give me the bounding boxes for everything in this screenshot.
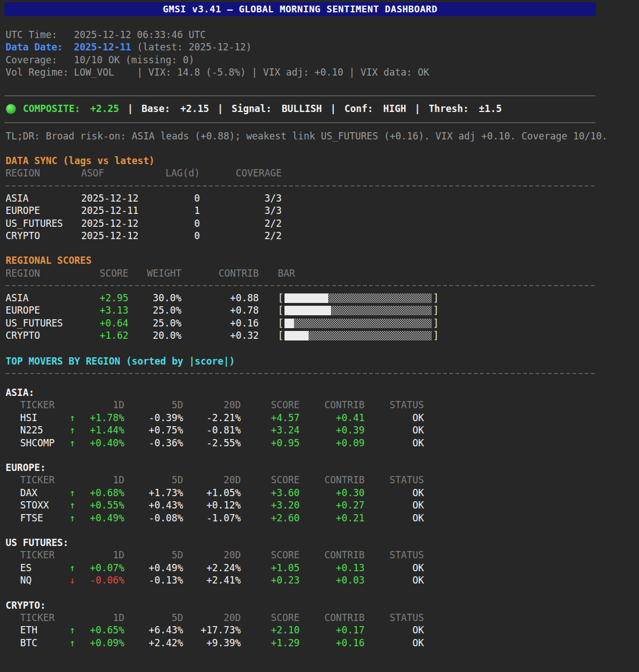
region-cell: US_FUTURES — [6, 217, 81, 230]
score-cell: +2.10 — [241, 624, 300, 636]
table-row: ETH ↑ +0.65% +6.43% +17.73% +2.10 +0.17 … — [20, 624, 639, 636]
table-row: EUROPE +3.13 25.0% +0.78 [ ] — [6, 304, 639, 316]
contrib-cell: +0.78 — [181, 304, 259, 316]
signal-value: BULLISH — [282, 102, 322, 115]
region-cell: CRYPTO — [6, 230, 81, 242]
col-20d: 20D — [183, 549, 241, 561]
col-1d: 1D — [77, 399, 124, 411]
thresh-label: Thresh: — [428, 102, 469, 115]
up-arrow-icon: ↑ — [69, 562, 77, 574]
contrib-cell: +0.30 — [300, 487, 365, 499]
table-row: DAX ↑ +0.68% +1.73% +1.05% +3.60 +0.30 O… — [20, 487, 639, 499]
conf-label: Conf: — [344, 102, 373, 115]
col-region: REGION — [6, 267, 100, 279]
col-1d: 1D — [77, 612, 124, 624]
score-bar: [ ] — [278, 329, 439, 342]
table-row: STOXX ↑ +0.55% +0.43% +0.12% +3.20 +0.27… — [20, 499, 639, 511]
bar-open-bracket: [ — [278, 329, 283, 342]
contrib-cell: +0.03 — [300, 574, 365, 586]
d1-cell: +1.44% — [77, 424, 124, 436]
coverage-cell: 3/3 — [200, 192, 282, 204]
movers-header-row: TICKER 1D 5D 20D SCORE CONTRIB STATUS — [20, 474, 639, 486]
lag-cell: 0 — [165, 230, 200, 242]
score-cell: +1.62 — [100, 329, 128, 342]
asof-cell: 2025-12-12 — [81, 230, 165, 242]
bar-close-bracket: ] — [433, 292, 439, 304]
score-cell: +4.57 — [241, 412, 300, 424]
col-region: REGION — [6, 167, 81, 179]
d1-cell: -0.06% — [77, 574, 124, 586]
movers-region-asia: ASIA: TICKER 1D 5D 20D SCORE CONTRIB STA… — [6, 386, 639, 449]
weight-cell: 25.0% — [128, 304, 181, 316]
col-status: STATUS — [365, 399, 424, 411]
col-contrib: CONTRIB — [181, 267, 259, 279]
up-arrow-icon: ↑ — [69, 412, 77, 424]
title-bar: GMSI v3.41 — GLOBAL MORNING SENTIMENT DA… — [4, 2, 596, 16]
composite-value: +2.25 — [90, 102, 119, 115]
separator: | — [330, 102, 336, 115]
d5-cell: +1.73% — [124, 487, 183, 499]
region-cell: CRYPTO — [6, 329, 100, 342]
col-asof: ASOF — [81, 167, 165, 179]
col-ticker: TICKER — [20, 474, 77, 486]
col-5d: 5D — [124, 612, 183, 624]
col-lag: LAG(d) — [165, 167, 200, 179]
d5-cell: +6.43% — [124, 624, 183, 636]
weight-cell: 30.0% — [128, 292, 181, 304]
score-cell: +0.64 — [100, 317, 128, 329]
dashed-divider — [6, 285, 595, 286]
down-arrow-icon: ↓ — [69, 574, 77, 586]
d1-cell: +1.78% — [77, 412, 124, 424]
col-ticker: TICKER — [20, 612, 77, 624]
score-cell: +2.95 — [100, 292, 128, 304]
ticker-cell: STOXX — [20, 499, 69, 511]
col-score: SCORE — [241, 474, 300, 486]
up-arrow-icon: ↑ — [69, 424, 77, 436]
d20-cell: -2.55% — [183, 437, 241, 449]
table-row: FTSE ↑ +0.49% -0.08% -1.07% +2.60 +0.21 … — [20, 512, 639, 524]
status-cell: OK — [365, 437, 424, 449]
top-movers-section: TOP MOVERS BY REGION (sorted by |score|)… — [6, 355, 639, 649]
status-cell: OK — [365, 637, 424, 649]
up-arrow-icon: ↑ — [69, 624, 77, 636]
contrib-cell: +0.16 — [300, 637, 365, 649]
status-cell: OK — [365, 562, 424, 574]
table-row: SHCOMP ↑ +0.40% -0.36% -2.55% +0.95 +0.0… — [20, 437, 639, 449]
status-cell: OK — [365, 487, 424, 499]
col-20d: 20D — [183, 474, 241, 486]
d20-cell: +9.39% — [183, 637, 241, 649]
data-date-value: 2025-12-11 — [74, 41, 131, 53]
regional-scores-title: REGIONAL SCORES — [6, 254, 639, 267]
d20-cell: -0.81% — [183, 424, 241, 436]
score-cell: +3.20 — [241, 499, 300, 511]
composite-label: COMPOSITE: — [23, 102, 80, 115]
d5-cell: +0.75% — [124, 424, 183, 436]
bar-close-bracket: ] — [433, 317, 439, 329]
ticker-cell: ES — [20, 562, 69, 574]
col-status: STATUS — [365, 612, 424, 624]
dashed-divider — [6, 373, 595, 374]
d5-cell: +0.43% — [124, 499, 183, 511]
coverage-cell: 3/3 — [200, 204, 282, 217]
ticker-cell: ETH — [20, 624, 69, 636]
region-name: ASIA: — [6, 386, 639, 399]
coverage-cell: 2/2 — [200, 217, 282, 230]
region-name: US FUTURES: — [6, 536, 639, 549]
status-cell: OK — [365, 574, 424, 586]
bar-fill — [284, 306, 330, 315]
bar-close-bracket: ] — [433, 329, 439, 342]
ticker-cell: HSI — [20, 412, 69, 424]
up-arrow-icon: ↑ — [69, 487, 77, 499]
d20-cell: +1.05% — [183, 487, 241, 499]
score-cell: +3.13 — [100, 304, 128, 316]
region-cell: ASIA — [6, 292, 100, 304]
weight-cell: 25.0% — [128, 317, 181, 329]
d1-cell: +0.07% — [77, 562, 124, 574]
status-cell: OK — [365, 424, 424, 436]
contrib-cell: +0.16 — [181, 317, 259, 329]
ticker-cell: NQ — [20, 574, 69, 586]
score-cell: +1.29 — [241, 637, 300, 649]
data-date-label: Data Date: — [6, 41, 74, 53]
separator: | — [414, 102, 420, 115]
score-bar: [ ] — [278, 317, 439, 329]
